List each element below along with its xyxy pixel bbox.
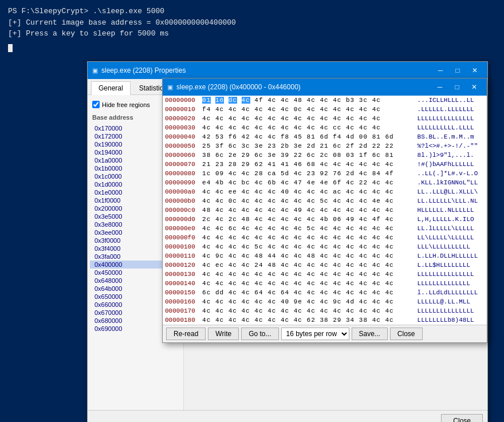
- hex-ascii-cell[interactable]: l..LLdLdLLLLLLLL: [415, 288, 487, 297]
- hex-byte: 4c: [229, 298, 237, 305]
- table-row[interactable]: 00000030 4c 4c 4c 4c 4c 4c 4c 4c 4c 4c c…: [163, 123, 487, 132]
- hex-bytes-cell[interactable]: 1c 09 4c 4c 28 ca 5d 4c 23 92 76 2d 4c 8…: [201, 169, 415, 178]
- hex-bytes-cell[interactable]: 4c 9c 4c 4c 48 44 4c 4c 48 4c 4c 4c 4c 4…: [201, 251, 415, 261]
- hex-content[interactable]: 00000000 01 16 dc 4c 4f 4c 4c 48 4c 4c 4…: [163, 96, 487, 325]
- hex-ascii-cell[interactable]: 8l.)l>9"l,...l.: [415, 151, 487, 160]
- hex-bytes-cell[interactable]: 6c dd 4c 4c 64 4c 64 4c 4c 4c 4c 4c 4c 4…: [201, 288, 415, 297]
- table-row[interactable]: 000000a0 4c 4c ee 4c 4c 4c 40 4c 4c 4c a…: [163, 187, 487, 196]
- hex-window-icon: ▣: [167, 84, 173, 91]
- save-button[interactable]: Save...: [352, 328, 388, 340]
- hex-ascii-cell[interactable]: LLLLLL@.LL.MLL: [415, 297, 487, 306]
- hex-ascii-cell[interactable]: ..LL(.]*L#.v-L.O: [415, 169, 487, 178]
- hex-byte: 4c: [385, 271, 393, 278]
- table-row[interactable]: 00000040 42 53 f6 42 4c 4c f8 45 81 6d f…: [163, 132, 487, 141]
- hex-ascii-cell[interactable]: BS.BL..E.m.M..m: [415, 132, 487, 141]
- hex-toolbar-close-button[interactable]: Close: [390, 328, 423, 340]
- table-row[interactable]: 00000120 4c ec 4c 4c 24 48 4c 4c 4c 4c 4…: [163, 261, 487, 270]
- hex-bytes-cell[interactable]: 4c 4c ee 4c 4c 4c 40 4c 4c 4c ac 4c 4c 4…: [201, 187, 415, 196]
- tab-general[interactable]: General: [91, 81, 131, 95]
- hex-bytes-cell[interactable]: e4 4b 4c bc 4c 6b 4c 47 4e 4e 6f 4c 22 4…: [201, 178, 415, 187]
- properties-maximize-button[interactable]: □: [450, 65, 466, 76]
- hex-bytes-cell[interactable]: 4c 4c 4c 4c 4c 4c 4c 4c 4c 4c 4c 4c 4c 4…: [201, 114, 415, 123]
- hex-bytes-cell[interactable]: 4c 4c 4c 4c 4c 4c 4c 4c 4c 4c 4c 4c 4c 4…: [201, 306, 415, 315]
- hex-bytes-cell[interactable]: 4c 4c 4c 4c 4c 4c 40 9e 4c 4c 9c 4d 4c 4…: [201, 297, 415, 306]
- hex-byte: 4c: [215, 298, 224, 305]
- table-row[interactable]: 00000130 4c 4c 4c 4c 4c 4c 4c 4c 4c 4c 4…: [163, 270, 487, 279]
- hex-ascii-cell[interactable]: LLLLLLLLLL.LLLL: [415, 123, 487, 132]
- hex-ascii-cell[interactable]: .KLL.lkIGNNoL"LL: [415, 178, 487, 187]
- hex-bytes-cell[interactable]: 4c 4c 0c 4c 4c 4c 4c 4c 4c 5c 4c 4c 4c 4…: [201, 196, 415, 206]
- hex-ascii-cell[interactable]: LL.LLLLLL\LLL.NL: [415, 196, 487, 206]
- hex-bytes-cell[interactable]: 4c 4c 4c 4c 4c 4c 4c 4c 4c 4c 4c 4c 4c 4…: [201, 270, 415, 279]
- hex-bytes-cell[interactable]: 01 16 dc 4c 4f 4c 4c 48 4c 4c 4c b3 3c 4…: [201, 96, 415, 105]
- hex-bytes-cell[interactable]: 48 4c 4c 4c 4c 4c 4c 49 4c 4c 4c 4c 4c 4…: [201, 206, 415, 215]
- hex-ascii-cell[interactable]: ...ICLLHLLL..LL: [415, 96, 487, 105]
- table-row[interactable]: 00000140 4c 4c 4c 4c 4c 4c 4c 4c 4c 4c 4…: [163, 279, 487, 288]
- hex-ascii-cell[interactable]: LLLLLLLLLLLLLLL: [415, 270, 487, 279]
- reread-button[interactable]: Re-read: [166, 328, 206, 340]
- hex-ascii-cell[interactable]: LLLLLLLLLLLLLL: [415, 279, 487, 288]
- table-row[interactable]: 00000080 1c 09 4c 4c 28 ca 5d 4c 23 92 7…: [163, 169, 487, 178]
- hex-bytes-cell[interactable]: 4c 4c 4c 4c 4c 4c 4c 4c 4c 4c 4c 4c 4c 4…: [201, 279, 415, 288]
- hex-ascii-cell[interactable]: LLLLLLLLLLLLLLL: [415, 306, 487, 315]
- table-row[interactable]: 00000060 38 6c 2e 29 6c 3e 39 22 6c 2c 0…: [163, 151, 487, 160]
- table-row[interactable]: 00000150 6c dd 4c 4c 64 4c 64 4c 4c 4c 4…: [163, 288, 487, 297]
- hex-ascii-cell[interactable]: LLLLLLLLLLLLLLL: [415, 114, 487, 123]
- hex-bytes-cell[interactable]: 4c 4c 6c 4c 4c 4c 4c 4c 5c 4c 4c 4c 4c 4…: [201, 224, 415, 233]
- table-row[interactable]: 00000000 01 16 dc 4c 4f 4c 4c 48 4c 4c 4…: [163, 96, 487, 105]
- hex-bytes-cell[interactable]: 38 6c 2e 29 6c 3e 39 22 6c 2c 08 03 1f 6…: [201, 151, 415, 160]
- hex-ascii-cell[interactable]: LLL\LLLLLLLLLL: [415, 242, 487, 251]
- hex-ascii-cell[interactable]: LL.lLLLLL\LLLLL: [415, 224, 487, 233]
- hex-byte: 08: [333, 152, 341, 159]
- hex-bytes-cell[interactable]: 4c ec 4c 4c 24 48 4c 4c 4c 4c 4c 4c 4c 4…: [201, 261, 415, 270]
- table-row[interactable]: 00000180 4c 4c 4c 4c 4c 4c 4c 4c 62 38 2…: [163, 315, 487, 325]
- table-row[interactable]: 00000100 4c 4c 4c 4c 5c 4c 4c 4c 4c 4c 4…: [163, 242, 487, 251]
- table-row[interactable]: 00000010 f4 4c 4c 4c 4c 4c 4c 0c 4c 4c 4…: [163, 105, 487, 114]
- hex-ascii-cell[interactable]: L.LLH.DLLHLLLLLL: [415, 251, 487, 261]
- table-row[interactable]: 000000b0 4c 4c 0c 4c 4c 4c 4c 4c 4c 5c 4…: [163, 196, 487, 206]
- hex-ascii-cell[interactable]: HLLLLLL.NLLLLLL: [415, 206, 487, 215]
- hex-byte: 45: [294, 133, 302, 140]
- hex-minimize-button[interactable]: ─: [432, 81, 448, 93]
- hex-ascii-cell[interactable]: LLLLLLLLb8)48LL: [415, 315, 487, 325]
- hex-ascii-cell[interactable]: LL..LLL@LL.XLLL\: [415, 187, 487, 196]
- hex-bytes-cell[interactable]: 4c 4c 4c 4c 4c 4c 4c 4c 4c 4c 4c 4c 4c 4…: [201, 233, 415, 242]
- table-row[interactable]: 00000170 4c 4c 4c 4c 4c 4c 4c 4c 4c 4c 4…: [163, 306, 487, 315]
- hex-bytes-cell[interactable]: 2c 4c 2c 48 4c 4c 4c 4c 4c 4b 06 49 4c 4…: [201, 215, 415, 224]
- hex-byte: 4c: [281, 253, 289, 259]
- hex-bytes-cell[interactable]: 4c 4c 4c 4c 4c 4c 4c 4c 4c 4c cc 4c 4c 4…: [201, 123, 415, 132]
- hex-bytes-cell[interactable]: 4c 4c 4c 4c 4c 4c 4c 4c 62 38 29 34 38 4…: [201, 315, 415, 325]
- table-row[interactable]: 00000050 25 3f 6c 3c 3e 23 2b 3e 2d 21 6…: [163, 141, 487, 151]
- table-row[interactable]: 00000160 4c 4c 4c 4c 4c 4c 40 9e 4c 4c 9…: [163, 297, 487, 306]
- table-row[interactable]: 000000c0 48 4c 4c 4c 4c 4c 4c 49 4c 4c 4…: [163, 206, 487, 215]
- hex-close-button[interactable]: ✕: [466, 81, 482, 93]
- goto-button[interactable]: Go to...: [241, 328, 278, 340]
- table-row[interactable]: 00000090 e4 4b 4c bc 4c 6b 4c 47 4e 4e 6…: [163, 178, 487, 187]
- hex-ascii-cell[interactable]: L,H,LLLLL.K.ILO: [415, 215, 487, 224]
- table-row[interactable]: 000000e0 4c 4c 6c 4c 4c 4c 4c 4c 5c 4c 4…: [163, 224, 487, 233]
- hex-ascii-cell[interactable]: LL\LLLLL\LLLLLL: [415, 233, 487, 242]
- hex-ascii-cell[interactable]: !#()bAAFhLLLLLL: [415, 160, 487, 169]
- hex-ascii-cell[interactable]: L.LL$HLLLLLLLL: [415, 261, 487, 270]
- properties-close-btn[interactable]: Close: [441, 414, 483, 422]
- table-row[interactable]: 000000d0 2c 4c 2c 48 4c 4c 4c 4c 4c 4b 0…: [163, 215, 487, 224]
- properties-close-button[interactable]: ✕: [467, 65, 483, 76]
- hex-bytes-cell[interactable]: 21 23 28 29 62 41 41 46 68 4c 4c 4c 4c 4…: [201, 160, 415, 169]
- properties-window-icon: ▣: [92, 67, 98, 74]
- hex-bytes-cell[interactable]: 42 53 f6 42 4c 4c f8 45 81 6d f4 4d 00 8…: [201, 132, 415, 141]
- hex-byte: 06: [333, 216, 341, 223]
- table-row[interactable]: 00000020 4c 4c 4c 4c 4c 4c 4c 4c 4c 4c 4…: [163, 114, 487, 123]
- hex-bytes-cell[interactable]: f4 4c 4c 4c 4c 4c 4c 0c 4c 4c 4c 4c 4c 4…: [201, 105, 415, 114]
- hex-ascii-cell[interactable]: %?l<>#.+>-!/.-"": [415, 141, 487, 151]
- hex-bytes-cell[interactable]: 25 3f 6c 3c 3e 23 2b 3e 2d 21 6c 2f 2d 2…: [201, 141, 415, 151]
- hex-bytes-cell[interactable]: 4c 4c 4c 4c 5c 4c 4c 4c 4c 4c 4c 4c 4c 4…: [201, 242, 415, 251]
- hex-maximize-button[interactable]: □: [449, 81, 465, 93]
- table-row[interactable]: 00000110 4c 9c 4c 4c 48 44 4c 4c 48 4c 4…: [163, 251, 487, 261]
- hide-free-regions-checkbox[interactable]: [92, 101, 100, 108]
- hex-ascii-cell[interactable]: .LLLLLL.LLLLLLL: [415, 105, 487, 114]
- write-button[interactable]: Write: [208, 328, 239, 340]
- table-row[interactable]: 000000f0 4c 4c 4c 4c 4c 4c 4c 4c 4c 4c 4…: [163, 233, 487, 242]
- table-row[interactable]: 00000070 21 23 28 29 62 41 41 46 68 4c 4…: [163, 160, 487, 169]
- bytes-per-row-select[interactable]: 16 bytes per row8 bytes per row32 bytes …: [281, 328, 349, 340]
- properties-minimize-button[interactable]: ─: [432, 65, 448, 76]
